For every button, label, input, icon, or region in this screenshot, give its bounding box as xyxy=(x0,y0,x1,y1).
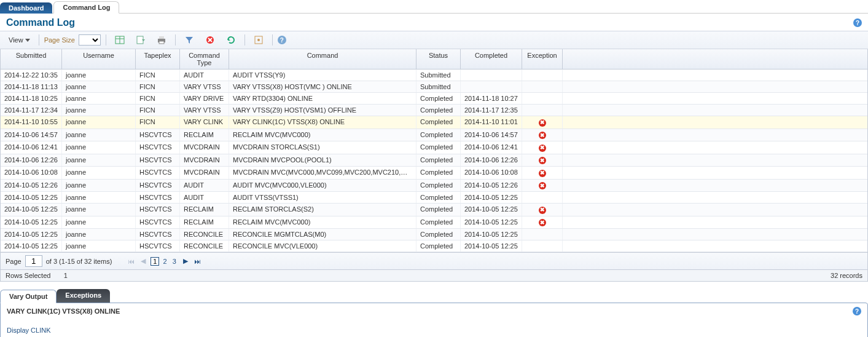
cell-submitted: 2014-12-22 10:35 xyxy=(1,69,62,81)
export-icon[interactable] xyxy=(132,34,149,46)
settings-icon[interactable] xyxy=(250,34,267,46)
cell-command: VARY CLINK(1C) VTSS(X8) ONLINE xyxy=(229,116,416,129)
cell-completed: 2014-11-17 12:35 xyxy=(461,105,522,116)
last-page-icon[interactable]: ⏭ xyxy=(193,258,202,265)
output-help-icon[interactable]: ? xyxy=(853,307,861,315)
cell-tapeplex: HSCVTCS xyxy=(136,167,180,179)
table-options-icon[interactable] xyxy=(111,34,128,46)
col-tapeplex[interactable]: Tapeplex xyxy=(136,49,180,69)
cell-submitted: 2014-10-05 12:25 xyxy=(1,240,62,252)
cell-command-type: AUDIT xyxy=(180,192,229,203)
cell-command-type: MVCDRAIN xyxy=(180,141,229,154)
cell-exception xyxy=(522,69,563,81)
page-number[interactable]: 3 xyxy=(171,258,178,265)
cancel-icon[interactable] xyxy=(201,34,219,46)
page-input[interactable] xyxy=(25,255,42,267)
cell-exception xyxy=(522,81,563,92)
output-panel: VARY CLINK(1C) VTSS(X8) ONLINE ? Display… xyxy=(0,303,868,337)
cell-status: Completed xyxy=(416,116,461,129)
cell-command-type: VARY CLINK xyxy=(180,116,229,129)
cell-tapeplex: HSCVTCS xyxy=(136,141,180,154)
page-of-label: of 3 (1-15 of 32 items) xyxy=(46,258,112,265)
view-menu-button[interactable]: View xyxy=(5,35,34,45)
cell-command: MVCDRAIN MVC(MVC000,MVC099,MVC200,MVC210… xyxy=(229,167,416,179)
page-size-select[interactable] xyxy=(79,34,101,46)
cell-submitted: 2014-10-05 12:25 xyxy=(1,216,62,229)
toolbar-help-icon[interactable]: ? xyxy=(278,36,286,44)
table-row[interactable]: 2014-10-05 12:25joanneHSCVTCSRECONCILERE… xyxy=(1,229,867,240)
cell-command: AUDIT VTSS(Y9) xyxy=(229,69,416,81)
col-completed[interactable]: Completed xyxy=(461,49,522,69)
tab-dashboard[interactable]: Dashboard xyxy=(0,2,52,14)
cell-status: Completed xyxy=(416,204,461,216)
svg-rect-3 xyxy=(137,36,143,44)
pager: Page of 3 (1-15 of 32 items) ⏮ ◀ 1 2 3 ▶… xyxy=(1,252,867,269)
col-submitted[interactable]: Submitted xyxy=(1,49,62,69)
col-command-type[interactable]: Command Type xyxy=(180,49,229,69)
next-page-icon[interactable]: ▶ xyxy=(182,257,189,265)
cell-command-type: VARY VTSS xyxy=(180,105,229,116)
refresh-icon[interactable] xyxy=(222,34,240,46)
page-number[interactable]: 1 xyxy=(151,257,159,266)
cell-status: Submitted xyxy=(416,69,461,81)
cell-command-type: VARY VTSS xyxy=(180,81,229,92)
cell-command: RECLAIM MVC(MVC000) xyxy=(229,129,416,141)
filter-icon[interactable] xyxy=(181,34,198,46)
table-row[interactable]: 2014-10-05 12:25joanneHSCVTCSAUDITAUDIT … xyxy=(1,192,867,204)
cell-tapeplex: HSCVTCS xyxy=(136,129,180,141)
help-icon[interactable]: ? xyxy=(853,18,862,27)
tab-exceptions[interactable]: Exceptions xyxy=(57,289,110,303)
table-row[interactable]: 2014-10-06 10:08joanneHSCVTCSMVCDRAINMVC… xyxy=(1,167,867,180)
table-row[interactable]: 2014-10-05 12:25joanneHSCVTCSRECLAIMRECL… xyxy=(1,204,867,216)
cell-exception xyxy=(522,192,563,203)
cell-command-type: RECLAIM xyxy=(180,216,229,229)
cell-command: RECLAIM MVC(MVC000) xyxy=(229,216,416,229)
cell-username: joanne xyxy=(62,129,136,141)
cell-command-type: RECLAIM xyxy=(180,204,229,216)
cell-submitted: 2014-10-06 10:08 xyxy=(1,167,62,179)
table-row[interactable]: 2014-10-05 12:26joanneHSCVTCSAUDITAUDIT … xyxy=(1,180,867,192)
cell-submitted: 2014-11-18 11:13 xyxy=(1,81,62,92)
cell-completed: 2014-11-10 11:01 xyxy=(461,116,522,129)
cell-exception xyxy=(522,93,563,104)
table-row[interactable]: 2014-11-18 10:25joanneFICNVARY DRIVEVARY… xyxy=(1,93,867,105)
cell-status: Completed xyxy=(416,129,461,141)
table-row[interactable]: 2014-10-05 12:25joanneHSCVTCSRECLAIMRECL… xyxy=(1,216,867,229)
error-icon: ✖ xyxy=(539,132,546,139)
cell-status: Completed xyxy=(416,105,461,116)
cell-username: joanne xyxy=(62,216,136,229)
cell-command: MVCDRAIN MVCPOOL(POOL1) xyxy=(229,154,416,167)
display-clink-link[interactable]: Display CLINK xyxy=(7,327,51,334)
table-row[interactable]: 2014-10-06 14:57joanneHSCVTCSRECLAIMRECL… xyxy=(1,129,867,142)
prev-page-icon[interactable]: ◀ xyxy=(139,257,147,265)
cell-username: joanne xyxy=(62,105,136,116)
table-row[interactable]: 2014-11-10 10:55joanneFICNVARY CLINKVARY… xyxy=(1,116,867,129)
table-row[interactable]: 2014-10-06 12:26joanneHSCVTCSMVCDRAINMVC… xyxy=(1,154,867,167)
cell-username: joanne xyxy=(62,69,136,81)
col-username[interactable]: Username xyxy=(62,49,136,69)
table-row[interactable]: 2014-10-05 12:25joanneHSCVTCSRECONCILERE… xyxy=(1,240,867,252)
tab-vary-output[interactable]: Vary Output xyxy=(0,290,57,303)
cell-submitted: 2014-11-17 12:34 xyxy=(1,105,62,116)
print-icon[interactable] xyxy=(153,34,170,46)
cell-submitted: 2014-10-05 12:25 xyxy=(1,192,62,203)
error-icon: ✖ xyxy=(539,119,546,127)
table-row[interactable]: 2014-11-17 12:34joanneFICNVARY VTSSVARY … xyxy=(1,105,867,116)
first-page-icon[interactable]: ⏮ xyxy=(127,258,136,265)
tab-command-log[interactable]: Command Log xyxy=(53,1,119,14)
col-status[interactable]: Status xyxy=(416,49,461,69)
cell-command-type: MVCDRAIN xyxy=(180,167,229,179)
cell-completed: 2014-10-06 12:41 xyxy=(461,141,522,154)
table-row[interactable]: 2014-10-06 12:41joanneHSCVTCSMVCDRAINMVC… xyxy=(1,141,867,154)
col-exception[interactable]: Exception xyxy=(522,49,563,69)
col-command[interactable]: Command xyxy=(229,49,416,69)
cell-username: joanne xyxy=(62,180,136,192)
cell-tapeplex: HSCVTCS xyxy=(136,204,180,216)
cell-status: Completed xyxy=(416,240,461,252)
command-log-grid: Submitted Username Tapeplex Command Type… xyxy=(0,49,868,270)
table-row[interactable]: 2014-11-18 11:13joanneFICNVARY VTSSVARY … xyxy=(1,81,867,93)
error-icon: ✖ xyxy=(539,145,546,152)
cell-username: joanne xyxy=(62,167,136,179)
page-number[interactable]: 2 xyxy=(162,258,169,265)
table-row[interactable]: 2014-12-22 10:35joanneFICNAUDITAUDIT VTS… xyxy=(1,69,867,81)
